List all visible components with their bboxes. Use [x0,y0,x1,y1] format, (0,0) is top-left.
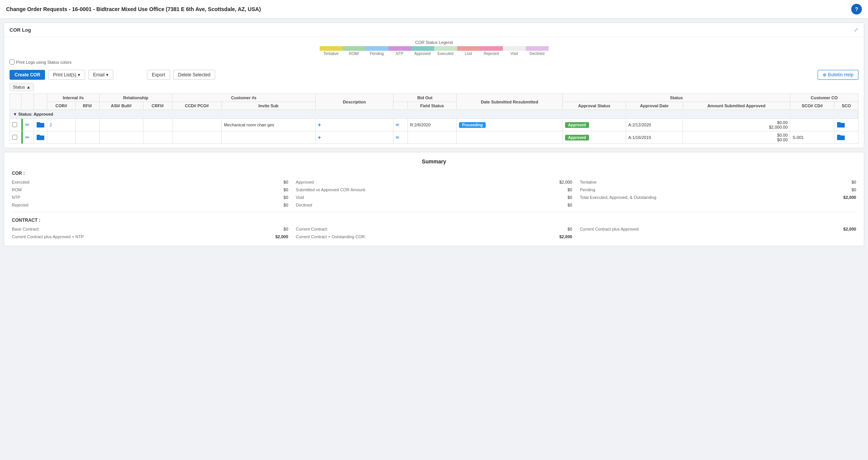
summary-row: Rejected$0 [12,202,288,208]
print-logs-checkbox[interactable] [10,60,14,65]
email-icon[interactable]: ✉ [396,123,399,127]
summary-row-value: $0 [833,180,856,184]
summary-section: Summary COR : Executed$0ROM$0NTP$0Reject… [4,152,864,246]
group-collapse-icon[interactable]: ▼ [13,112,17,116]
th-description: Description [316,94,393,110]
th-sco: SCO [834,102,858,110]
group-header-approved: ▼ Status: Approved [10,110,858,119]
print-lists-button[interactable]: Print List(s) ▾ [48,70,85,80]
row-amount: $0.00$2,000.00 [683,119,790,131]
legend-label-ntp: NTP [388,52,411,56]
row-cor-num[interactable] [47,131,76,144]
row-asi [99,131,143,144]
summary-row-label: Current Contract plus Approved + NTP [12,234,84,239]
row-sco-cd: S-001 [790,131,834,144]
row-checkbox[interactable] [12,135,17,140]
plus-icon[interactable]: + [318,122,321,128]
legend-bar-approved [411,46,434,51]
th-folder [34,94,47,110]
print-logs-label[interactable]: Print Logs using Status colors [10,60,72,65]
legend-bar-rejected [480,46,503,51]
summary-row-label: Total Executed, Approved, & Outstanding [580,195,657,200]
summary-row-label: Void [296,195,304,200]
row-invite-sub-plus[interactable]: + [316,119,393,131]
summary-row-value: $0 [833,187,856,192]
th-sco-cd: SCO# CD# [790,102,834,110]
th-asi-bull: ASI# Bull# [99,102,143,110]
summary-row-value: $0 [265,227,288,231]
th-relationship: Relationship [99,94,172,102]
th-invite-sub: Invite Sub [222,102,316,110]
th-internal: Internal #s [47,94,100,102]
row-sco-folder[interactable] [834,131,858,144]
legend-bar-rom [343,46,366,51]
row-edit-cell: ✏ [21,119,34,131]
plus-icon[interactable]: + [318,134,321,140]
summary-row: Base Contract:$0 [12,226,288,232]
th-amount-submitted: Amount Submitted Approved [683,102,790,110]
summary-row: Declined$0 [296,202,572,208]
summary-row: Executed$0 [12,179,288,185]
legend-bar-tentative [320,46,343,51]
summary-row: Current Contract plus Approved + NTP$2,0… [12,234,288,240]
row-rfi [76,131,100,144]
email-icon[interactable]: ✉ [396,135,399,140]
row-description [222,131,316,144]
legend-label-tentative: Tentative [320,52,343,56]
legend-bar-pending [366,46,388,51]
folder-icon [36,134,45,140]
expand-icon[interactable]: ⤢ [854,27,858,33]
row-invite-sub-email[interactable]: ✉ [393,119,407,131]
edit-button[interactable]: ✏ [24,134,31,141]
row-invite-sub-email[interactable]: ✉ [393,131,407,144]
row-folder-cell[interactable] [34,131,47,144]
legend-bar-lost [457,46,480,51]
summary-row: Total Executed, Approved, & Outstanding$… [580,194,856,200]
legend-container: COR Status Legend TentativeROM/PendingNT… [4,37,864,56]
th-customer-co: Customer CO [790,94,858,102]
export-button[interactable]: Export [147,70,170,80]
summary-row-value: $2,000 [549,180,572,184]
help-icon[interactable]: ? [851,4,862,15]
delete-selected-button[interactable]: Delete Selected [173,70,216,80]
filter-bar[interactable]: Status ▲ [10,83,34,91]
approval-status-badge: Approved [565,122,589,128]
row-folder-cell[interactable] [34,119,47,131]
legend-label-approved: Approved [411,52,434,56]
legend-label-rejected: Rejected [480,52,503,56]
page-title: Change Order Requests - 16-0001 - Bidtra… [6,6,261,12]
main-card: COR Log ⤢ COR Status Legend TentativeROM… [4,23,864,148]
summary-row-label: Current Contract + Outstanding COR: [296,234,366,239]
summary-row: Tentative$0 [580,179,856,185]
th-approval-status: Approval Status [563,102,626,110]
summary-col-2: Current Contract:$0Current Contract + Ou… [296,226,572,240]
group-label: Status: Approved [18,112,53,116]
th-edit [21,94,34,110]
card-header: COR Log ⤢ [4,23,864,37]
summary-row-label: Declined [296,203,312,207]
row-approval-status: Approved [563,131,626,144]
edit-button[interactable]: ✏ [24,121,31,129]
summary-row: Approved$2,000 [296,179,572,185]
summary-row-label: ROM [12,187,22,192]
summary-row-value: $0 [265,187,288,192]
summary-row: ROM$0 [12,187,288,193]
summary-row-label: Approved [296,180,314,184]
create-cor-button[interactable]: Create COR [10,70,45,80]
summary-row: Submitted vs Approved COR Amount:$0 [296,187,572,193]
summary-col-3: Current Contract plus Approved$2,000 [580,226,856,240]
summary-row-value: $0 [265,180,288,184]
row-sco-folder[interactable] [834,119,858,131]
summary-row-label: Current Contract: [296,227,328,231]
row-invite-sub-plus[interactable]: + [316,131,393,144]
th-bid-sub [393,102,407,110]
bulletin-help-button[interactable]: ⊕ Bulletin Help [818,70,858,80]
row-cor-num[interactable]: 2 [47,119,76,131]
dropdown-arrow-email: ▾ [106,72,108,77]
row-rfi [76,119,100,131]
email-button[interactable]: Email ▾ [88,70,113,80]
row-checkbox[interactable] [12,122,17,127]
row-ccd-pco [172,131,221,144]
cor-summary-grid: Executed$0ROM$0NTP$0Rejected$0Approved$2… [12,179,856,208]
table-row: ✏+✉ApprovedA:1/16/2019$0.00$0.00S-001 [10,131,858,144]
